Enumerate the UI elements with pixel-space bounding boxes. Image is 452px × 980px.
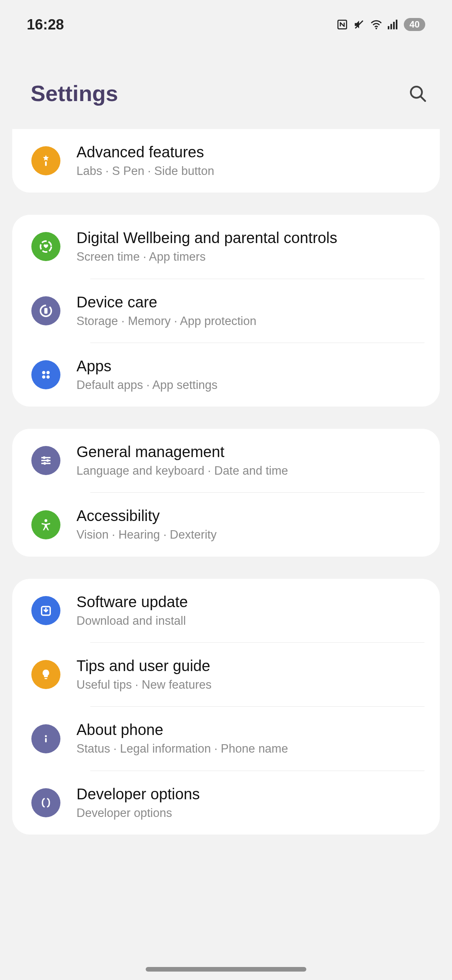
svg-point-20 (46, 459, 49, 462)
general-management-icon (31, 446, 60, 475)
row-subtitle: Storage · Memory · App protection (76, 314, 256, 329)
row-text: General management Language and keyboard… (76, 443, 288, 479)
svg-rect-6 (396, 20, 397, 29)
settings-section: Digital Wellbeing and parental controls … (12, 215, 440, 407)
row-title: About phone (76, 720, 288, 739)
svg-point-14 (46, 371, 50, 374)
svg-rect-5 (393, 22, 395, 29)
svg-rect-9 (45, 162, 47, 166)
row-advanced-features[interactable]: Advanced features Labs · S Pen · Side bu… (12, 129, 440, 193)
row-software-update[interactable]: Software update Download and install (12, 579, 440, 642)
row-subtitle: Status · Legal information · Phone name (76, 741, 288, 756)
device-care-icon (31, 296, 60, 325)
row-subtitle: Vision · Hearing · Dexterity (76, 527, 216, 542)
row-title: Device care (76, 293, 256, 311)
row-text: Tips and user guide Useful tips · New fe… (76, 657, 211, 693)
nfc-icon (337, 19, 348, 30)
row-subtitle: Labs · S Pen · Side button (76, 163, 214, 179)
svg-rect-25 (44, 678, 47, 679)
mute-icon (353, 19, 365, 30)
row-title: Developer options (76, 785, 200, 803)
accessibility-icon (31, 510, 60, 539)
row-title: Apps (76, 357, 218, 375)
svg-rect-4 (390, 24, 392, 29)
page-title: Settings (31, 80, 118, 106)
row-text: Digital Wellbeing and parental controls … (76, 229, 337, 265)
signal-icon (388, 20, 398, 29)
row-text: Device care Storage · Memory · App prote… (76, 293, 256, 329)
header: Settings (0, 42, 452, 129)
svg-point-15 (42, 375, 46, 379)
svg-point-16 (46, 375, 50, 379)
apps-icon (31, 360, 60, 389)
row-subtitle: Default apps · App settings (76, 377, 218, 393)
row-apps[interactable]: Apps Default apps · App settings (12, 343, 440, 407)
row-device-care[interactable]: Device care Storage · Memory · App prote… (12, 279, 440, 343)
row-title: Tips and user guide (76, 657, 211, 675)
row-text: Advanced features Labs · S Pen · Side bu… (76, 143, 214, 179)
svg-point-22 (44, 462, 46, 465)
row-title: Digital Wellbeing and parental controls (76, 229, 337, 247)
row-text: Accessibility Vision · Hearing · Dexteri… (76, 506, 216, 542)
battery-indicator: 40 (404, 18, 425, 31)
search-button[interactable] (406, 82, 429, 105)
status-time: 16:28 (27, 16, 64, 33)
advanced-features-icon (31, 146, 60, 175)
row-subtitle: Developer options (76, 805, 200, 821)
wifi-icon (370, 20, 382, 29)
row-developer-options[interactable]: Developer options Developer options (12, 771, 440, 835)
row-tips[interactable]: Tips and user guide Useful tips · New fe… (12, 643, 440, 706)
row-subtitle: Language and keyboard · Date and time (76, 463, 288, 479)
status-icons: 40 (337, 18, 425, 31)
svg-point-23 (44, 519, 47, 522)
row-text: Developer options Developer options (76, 785, 200, 821)
row-subtitle: Useful tips · New features (76, 677, 211, 693)
software-update-icon (31, 596, 60, 625)
svg-rect-12 (44, 308, 47, 314)
row-title: Advanced features (76, 143, 214, 161)
row-subtitle: Screen time · App timers (76, 249, 337, 265)
row-general-management[interactable]: General management Language and keyboard… (12, 429, 440, 492)
svg-rect-27 (45, 738, 47, 742)
row-text: Software update Download and install (76, 593, 188, 629)
row-title: Software update (76, 593, 188, 611)
svg-point-13 (42, 371, 46, 374)
svg-rect-3 (388, 26, 389, 29)
svg-point-26 (45, 735, 47, 737)
row-digital-wellbeing[interactable]: Digital Wellbeing and parental controls … (12, 215, 440, 278)
settings-section: Software update Download and install Tip… (12, 579, 440, 835)
row-title: General management (76, 443, 288, 461)
digital-wellbeing-icon (31, 232, 60, 261)
settings-section: General management Language and keyboard… (12, 429, 440, 557)
svg-line-8 (421, 96, 425, 101)
row-about-phone[interactable]: About phone Status · Legal information ·… (12, 707, 440, 770)
svg-point-18 (43, 456, 46, 459)
settings-section: Advanced features Labs · S Pen · Side bu… (12, 129, 440, 193)
svg-point-2 (376, 28, 377, 29)
developer-options-icon (31, 788, 60, 817)
row-title: Accessibility (76, 506, 216, 525)
tips-icon (31, 660, 60, 689)
row-accessibility[interactable]: Accessibility Vision · Hearing · Dexteri… (12, 493, 440, 556)
row-text: About phone Status · Legal information ·… (76, 720, 288, 756)
about-phone-icon (31, 724, 60, 753)
status-bar: 16:28 40 (0, 0, 452, 42)
search-icon (408, 84, 427, 103)
row-text: Apps Default apps · App settings (76, 357, 218, 393)
row-subtitle: Download and install (76, 613, 188, 629)
nav-handle[interactable] (146, 967, 306, 972)
